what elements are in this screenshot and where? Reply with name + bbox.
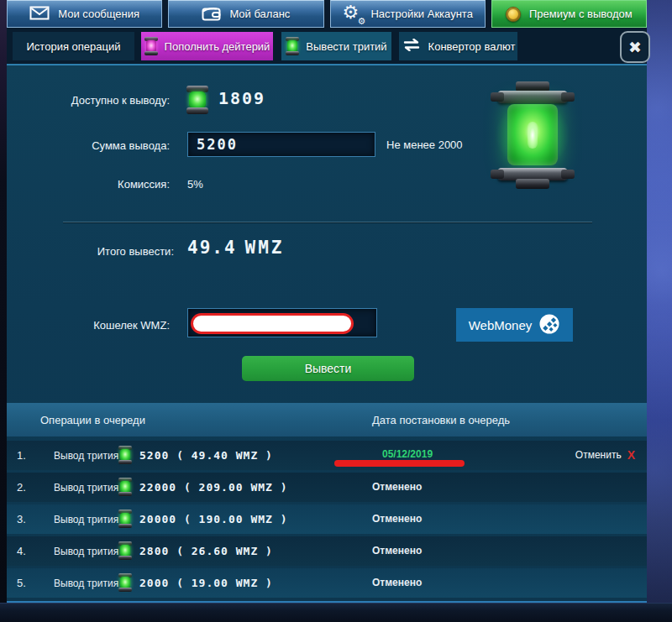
row-amount: 2800 ( 26.60 WMZ )	[139, 545, 273, 557]
amount-input[interactable]	[187, 132, 375, 157]
row-number: 1.	[17, 449, 26, 462]
tab-label: Мой баланс	[229, 8, 290, 20]
tab-label: Премиум с выводом	[529, 8, 633, 20]
row-amount: 2000 ( 19.00 WMZ )	[139, 577, 273, 589]
row-status: Отменено	[372, 545, 422, 557]
tab-account-settings[interactable]: ⚙⚙ Настройки Аккаунта	[330, 0, 486, 28]
commission-label: Комиссия:	[7, 178, 170, 191]
row-type: Вывод трития	[54, 514, 118, 525]
tab-my-balance[interactable]: Мой баланс	[168, 0, 323, 28]
game-screen: Мои сообщения Мой баланс ⚙⚙ Настройки Ак…	[0, 0, 672, 622]
redaction-overlay	[191, 313, 354, 334]
swap-arrows-icon	[402, 39, 422, 54]
capsule-green-icon	[118, 510, 132, 528]
gear-icon: ⚙⚙	[342, 4, 362, 24]
queue-row: 3. Вывод трития 20000 ( 190.00 WMZ ) Отм…	[7, 504, 647, 534]
row-amount: 5200 ( 49.40 WMZ )	[139, 449, 273, 462]
row-date: 05/12/2019	[382, 448, 433, 460]
cancel-button[interactable]: Отменить X	[575, 448, 635, 462]
tab-label: Настройки Аккаунта	[370, 8, 473, 20]
queue-row: 4. Вывод трития 2800 ( 26.60 WMZ ) Отмен…	[7, 536, 647, 566]
commission-value: 5%	[187, 178, 203, 191]
available-value: 1809	[218, 88, 265, 108]
column-operations: Операции в очереди	[40, 414, 145, 426]
tab-label: Вывести тритий	[306, 40, 386, 53]
tritium-capsule-image	[489, 81, 576, 189]
space-background-right	[647, 0, 672, 603]
capsule-green-icon	[118, 478, 132, 496]
cancel-label: Отменить	[575, 449, 622, 461]
capsule-green-icon	[118, 573, 132, 592]
medal-icon	[506, 7, 521, 22]
tab-label: История операций	[27, 40, 121, 53]
tab-my-messages[interactable]: Мои сообщения	[7, 0, 162, 28]
tab-label: Конвертор валют	[428, 40, 516, 53]
row-number: 5.	[17, 577, 26, 589]
envelope-icon	[29, 6, 50, 23]
row-amount: 22000 ( 209.00 WMZ )	[139, 481, 288, 494]
row-type: Вывод трития	[54, 450, 118, 462]
total-label: Итого вывести:	[7, 245, 174, 258]
wallet-label: Кошелек WMZ:	[7, 319, 170, 332]
row-status: Отменено	[372, 481, 422, 493]
capsule-green-icon	[118, 446, 132, 464]
capsule-green-icon	[118, 541, 132, 560]
capsule-green-icon	[286, 37, 299, 55]
tab-label: Мои сообщения	[58, 8, 139, 20]
tab-operations-history[interactable]: История операций	[13, 32, 134, 60]
tab-withdraw-tritium[interactable]: Вывести тритий	[281, 32, 391, 60]
cancel-x-icon: X	[627, 448, 635, 462]
webmoney-button[interactable]: WebMoney	[456, 308, 573, 342]
queue-row: 2. Вывод трития 22000 ( 209.00 WMZ ) Отм…	[7, 473, 647, 502]
available-label: Доступно к выводу:	[7, 94, 170, 107]
row-number: 2.	[17, 481, 26, 494]
tritium-icon	[186, 86, 208, 114]
window-bottom-bar	[0, 603, 672, 622]
queue-row: 5. Вывод трития 2000 ( 19.00 WMZ ) Отмен…	[7, 568, 647, 598]
row-status: Отменено	[372, 577, 422, 588]
row-type: Вывод трития	[54, 546, 118, 557]
row-type: Вывод трития	[54, 578, 118, 589]
withdraw-button[interactable]: Вывести	[242, 356, 414, 381]
row-type: Вывод трития	[54, 482, 118, 494]
capsule-pink-icon	[144, 37, 158, 55]
section-divider	[63, 222, 592, 222]
queue-row: 1. Вывод трития 5200 ( 49.40 WMZ ) 05/12…	[7, 441, 647, 470]
row-number: 3.	[17, 513, 26, 525]
amount-label: Сумма вывода:	[7, 139, 170, 152]
tab-topup-deuterium[interactable]: Пополнить дейтерий	[141, 32, 273, 60]
total-currency: WMZ	[245, 238, 285, 258]
annotation-underline	[334, 460, 465, 467]
top-tab-bar: Мои сообщения Мой баланс ⚙⚙ Настройки Ак…	[7, 0, 647, 28]
account-window: Мои сообщения Мой баланс ⚙⚙ Настройки Ак…	[7, 0, 647, 603]
close-button[interactable]: ✖	[620, 31, 650, 63]
space-background-left	[0, 0, 7, 603]
sub-tab-bar: История операций Пополнить дейтерий Выве…	[7, 28, 647, 65]
queue-header: Операции в очереди Дата постановки в оче…	[7, 403, 647, 436]
withdraw-panel: Доступно к выводу: 1809 Сумма вывода: Не…	[7, 65, 647, 603]
total-value: 49.4WMZ	[187, 238, 285, 258]
wallet-icon	[202, 5, 221, 24]
tab-currency-converter[interactable]: Конвертор валют	[399, 32, 517, 60]
amount-hint: Не менее 2000	[386, 139, 463, 151]
column-date: Дата постановки в очередь	[372, 414, 510, 426]
webmoney-logo-icon	[538, 313, 560, 337]
row-number: 4.	[17, 545, 26, 557]
total-amount: 49.4	[187, 238, 237, 258]
tab-premium-withdraw[interactable]: Премиум с выводом	[491, 0, 647, 28]
tab-label: Пополнить дейтерий	[165, 40, 270, 53]
close-icon: ✖	[628, 38, 642, 57]
row-amount: 20000 ( 190.00 WMZ )	[139, 513, 288, 525]
webmoney-label: WebMoney	[469, 318, 533, 332]
row-status: Отменено	[372, 513, 422, 525]
